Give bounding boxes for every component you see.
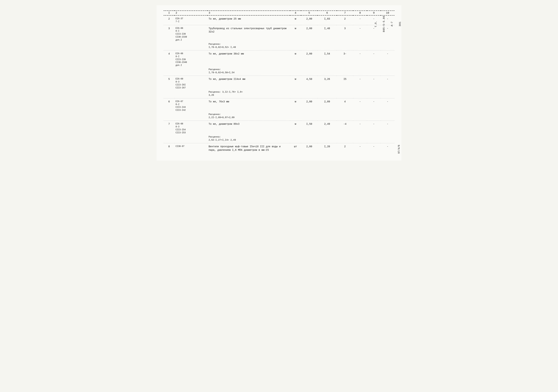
row-val9: - <box>367 143 381 154</box>
row-desc: То же, 76х3 мм <box>208 98 290 112</box>
row-val7: 4 <box>337 98 353 112</box>
table-row: 5 ЕI6-698-3СII3-I6IСII3-I67 То же, диаме… <box>164 76 394 90</box>
row-val5: 2,00 <box>301 98 317 112</box>
row-code: ЕI6-698-3СII3-I6IСII3-I67 <box>174 76 208 90</box>
note-empty2 <box>174 42 208 50</box>
col-header-5: 5 <box>301 11 317 15</box>
row-val5: I,50 <box>301 121 317 135</box>
note-empty1 <box>164 90 174 98</box>
row-val6: 2,09 <box>317 98 337 112</box>
row-val10: - <box>381 121 394 135</box>
row-val6: 3,26 <box>317 76 337 90</box>
note-empty1 <box>164 135 174 143</box>
row-val8: - <box>353 143 367 154</box>
row-val10: - <box>381 50 394 67</box>
row-val7: 2 <box>337 15 353 25</box>
row-val10: - <box>381 143 394 154</box>
table-row: 6 ЕI6-678-2СII3-I44СII3-I42 То же, 76х3 … <box>164 98 394 112</box>
row-note: Расценка:I,78-0,82+0,58=I,54 <box>208 67 394 76</box>
row-num: 7 <box>164 121 174 135</box>
row-desc: То же, диаметром 89х3 <box>208 121 290 135</box>
side-label-tp: Т.П. <box>375 21 377 27</box>
col-header-6: 6 <box>317 11 337 15</box>
row-note: Расценка:2,2I-I,09+0,97=2,09 <box>208 112 394 121</box>
row-val6: I,20 <box>317 143 337 154</box>
row-code: ЕI6-678-2СII3-I44СII3-I42 <box>174 98 208 112</box>
row-note: Расценка: 3,I2-I,76+ I,9=3,26 <box>208 90 394 98</box>
row-val5: 2,00 <box>301 50 317 67</box>
row-val9: - <box>367 121 381 135</box>
row-val5: 2,00 <box>301 25 317 42</box>
side-labels-right: Т.П. 805-5-5.86 А-7 301 <box>375 16 401 32</box>
side-label-a7: А-7 <box>391 22 393 26</box>
table-row: 8 СI30-97 Вентили проходные муф-товые I5… <box>164 143 394 154</box>
side-label-301: 301 <box>399 22 401 26</box>
row-unit: м <box>290 121 301 135</box>
col-header-4: 4 <box>290 11 301 15</box>
row-num: 6 <box>164 98 174 112</box>
row-desc: То же, диаметром 38х2 мм <box>208 50 290 67</box>
table-row: 3 ЕI6-668-IСII3-I39СI30-2339доп.I Трубоп… <box>164 25 394 42</box>
row-val9: - <box>367 50 381 67</box>
row-code: ЕI6-688-3СII3-I54СII3-I53 <box>174 121 208 135</box>
col-header-2: 2 <box>174 11 208 15</box>
row-val6: I,48 <box>317 25 337 42</box>
col-header-9: 9 <box>367 11 381 15</box>
col-header-3: 3 <box>208 11 290 15</box>
note-empty1 <box>164 67 174 76</box>
row-val6: 2,49 <box>317 121 337 135</box>
side-label-805: 805-5-5.86 <box>383 16 385 32</box>
note-empty1 <box>164 112 174 121</box>
row-unit: шт <box>290 143 301 154</box>
row-val8: - <box>353 50 367 67</box>
row-val9: - <box>367 98 381 112</box>
col-header-8: 8 <box>353 11 367 15</box>
row-unit: м <box>290 98 301 112</box>
row-val8: - <box>353 121 367 135</box>
note-empty2 <box>174 112 208 121</box>
row-unit: м <box>290 50 301 67</box>
row-val6: I,54 <box>317 50 337 67</box>
header-row: I 2 3 4 5 6 7 8 9 10 <box>164 11 394 15</box>
row-val7: -4 <box>337 121 353 135</box>
row-val10: - <box>381 76 394 90</box>
note-empty1 <box>164 42 174 50</box>
row-val5: 2,00 <box>301 143 317 154</box>
col-header-10: 10 <box>381 11 394 15</box>
row-val6: I,03 <box>317 15 337 25</box>
row-num: 3 <box>164 25 174 42</box>
row-num: 5 <box>164 76 174 90</box>
row-val5: 2,00 <box>301 15 317 25</box>
table-note-row: Расценка:I,78-0,82+0,52= I,48 <box>164 42 394 50</box>
row-unit: м <box>290 15 301 25</box>
note-empty2 <box>174 90 208 98</box>
note-empty2 <box>174 135 208 143</box>
row-unit: м <box>290 25 301 42</box>
row-val10: - <box>381 98 394 112</box>
row-val8: - <box>353 76 367 90</box>
row-val8: - <box>353 98 367 112</box>
row-desc: Трубопровод из стальных электросварных т… <box>208 25 290 42</box>
table-note-row: Расценка:2,62-I,27+I,I4= 2,49 <box>164 135 394 143</box>
row-val7: 3- <box>337 50 353 67</box>
row-code: СI30-97 <box>174 143 208 154</box>
row-note: Расценка:2,62-I,27+I,I4= 2,49 <box>208 135 394 143</box>
row-note: Расценка:I,78-0,82+0,52= I,48 <box>208 42 394 50</box>
row-code: ЕI6-377-I <box>174 15 208 25</box>
side-label-bottom: 97/4/6 <box>398 145 401 154</box>
row-val7: 3 <box>337 25 353 42</box>
row-num: 4 <box>164 50 174 67</box>
table-note-row: Расценка:2,2I-I,09+0,97=2,09 <box>164 112 394 121</box>
table-row: 7 ЕI6-688-3СII3-I54СII3-I53 То же, диаме… <box>164 121 394 135</box>
row-unit: м <box>290 76 301 90</box>
col-header-7: 7 <box>337 11 353 15</box>
table-row: 4 ЕI6-668-IСII3-I39СI30-2340доп.I То же,… <box>164 50 394 67</box>
row-val7: 2 <box>337 143 353 154</box>
main-table: I 2 3 4 5 6 7 8 9 10 2 ЕI6-377-I То же, … <box>164 10 394 154</box>
row-val7: I5 <box>337 76 353 90</box>
row-desc: Вентили проходные муф-товые I5кч18 III д… <box>208 143 290 154</box>
row-code: ЕI6-668-IСII3-I39СI30-2340доп.I <box>174 50 208 67</box>
row-desc: То же, диаметром 25 мм <box>208 15 290 25</box>
row-val5: 4,50 <box>301 76 317 90</box>
row-val8: - <box>353 15 367 25</box>
